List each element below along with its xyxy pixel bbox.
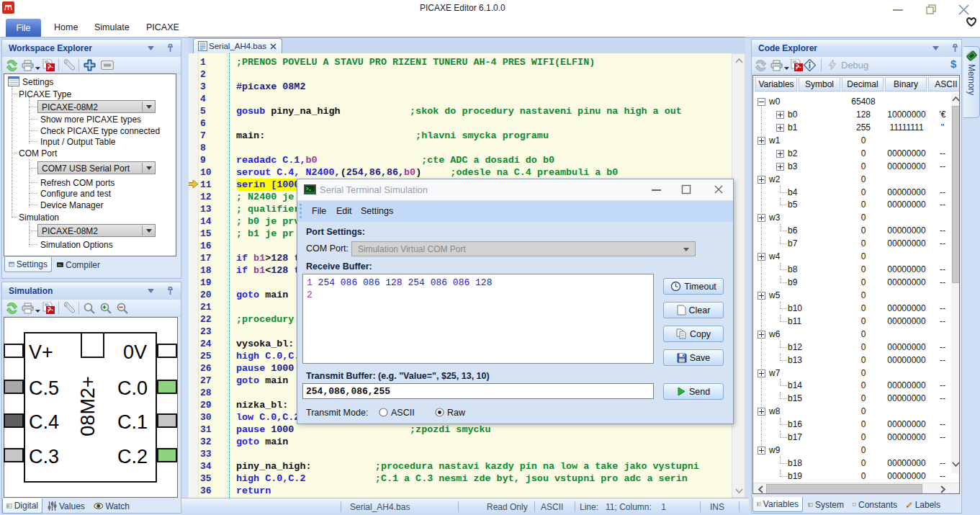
svg-text:2: 2 <box>853 504 854 506</box>
svg-text:01.: 01. <box>58 264 63 267</box>
